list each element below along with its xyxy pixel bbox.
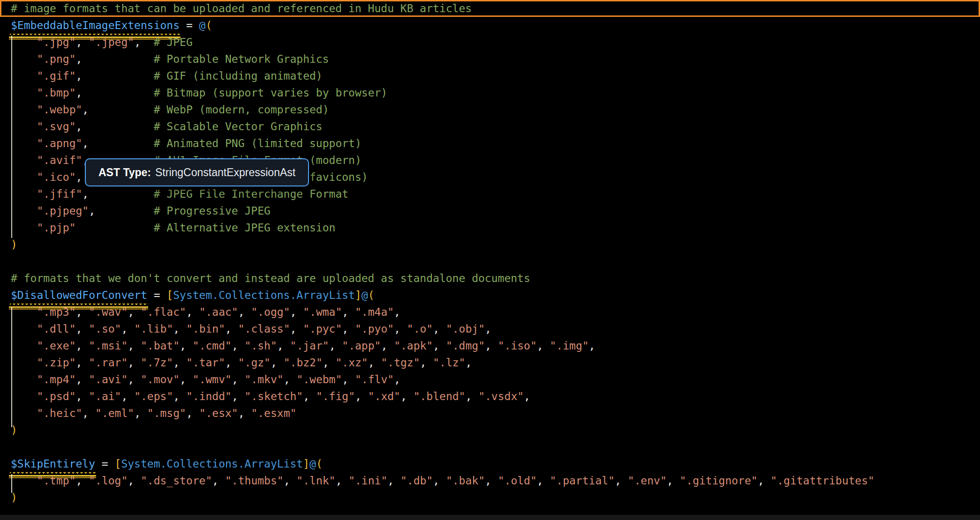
code-token: , <box>121 390 134 402</box>
code-token: , <box>485 475 498 487</box>
code-line: ".exe", ".msi", ".bat", ".cmd", ".sh", "… <box>0 337 980 354</box>
code-token <box>11 70 37 82</box>
code-token: ".msg" <box>147 407 186 419</box>
code-token: , <box>387 475 400 487</box>
code-token: , <box>128 357 141 369</box>
code-token: # Bitmap (support varies by browser) <box>154 87 388 99</box>
code-token: , <box>75 306 89 318</box>
code-token: ".ico" <box>37 171 75 183</box>
code-token: , <box>524 390 530 402</box>
code-token: , <box>128 340 141 352</box>
code-token: ".eml" <box>95 407 134 419</box>
code-token: ".blend" <box>414 390 466 402</box>
code-token: ".o" <box>407 323 433 335</box>
code-token: ".bmp" <box>37 87 75 99</box>
code-token: ".sketch" <box>245 390 303 402</box>
code-token <box>141 36 154 48</box>
code-token: , <box>284 373 297 386</box>
code-token: , <box>394 373 400 386</box>
code-token: , <box>381 340 394 352</box>
code-token: , <box>75 340 89 352</box>
code-token: , <box>485 340 498 352</box>
code-token: System.Collections.ArrayList <box>173 289 355 301</box>
code-token: , <box>225 357 238 369</box>
code-token: , <box>180 340 193 352</box>
code-token <box>82 120 153 133</box>
code-token <box>11 87 37 99</box>
code-token: ".svg" <box>37 120 75 133</box>
code-token: ".lib" <box>134 323 173 335</box>
code-token <box>11 340 37 352</box>
code-token: ".app" <box>342 340 381 352</box>
code-token: ".esx" <box>199 407 238 419</box>
code-line: # image formats that can be uploaded and… <box>0 0 980 17</box>
code-token: ".bak" <box>446 475 485 487</box>
code-token: , <box>342 306 355 318</box>
code-token: ".tar" <box>186 357 225 369</box>
code-token <box>89 104 153 116</box>
code-token: , <box>225 323 238 335</box>
code-token: # Animated PNG (limited support) <box>154 137 362 149</box>
code-token: , <box>323 357 336 369</box>
code-token: , <box>173 390 186 402</box>
code-token: ] <box>303 458 309 470</box>
code-token: = <box>180 19 199 31</box>
code-token: , <box>238 407 251 419</box>
code-token: , <box>82 137 89 149</box>
code-token: , <box>75 87 82 99</box>
code-token: ".psd" <box>37 390 75 402</box>
code-token: # JPEG <box>154 36 193 48</box>
code-token: , <box>537 340 550 352</box>
code-token: ".mp4" <box>37 373 75 386</box>
code-token: , <box>89 205 95 217</box>
code-token <box>11 137 37 149</box>
code-token: ".lz" <box>433 357 465 369</box>
code-token: , <box>75 357 89 369</box>
code-token: ".aac" <box>199 306 238 318</box>
code-token: ".bz2" <box>284 357 323 369</box>
code-token: ".db" <box>400 475 433 487</box>
code-token: ".flv" <box>355 373 394 386</box>
code-token: , <box>465 357 472 369</box>
code-token: ".img" <box>550 340 589 352</box>
code-token: , <box>290 306 303 318</box>
code-editor[interactable]: # image formats that can be uploaded and… <box>0 0 980 520</box>
code-line: $DisallowedForConvert = [System.Collecti… <box>0 287 980 304</box>
code-token: ".eps" <box>134 390 173 402</box>
code-token <box>11 390 37 402</box>
code-line: $EmbeddableImageExtensions = @( <box>0 17 980 34</box>
code-token: , <box>232 340 245 352</box>
code-token: # JPEG File Interchange Format <box>154 188 348 200</box>
code-token: , <box>394 323 407 335</box>
code-token <box>11 188 37 200</box>
code-token <box>11 323 37 335</box>
code-token <box>11 222 37 234</box>
code-token: ".mkv" <box>245 373 284 386</box>
code-token: ".cmd" <box>193 340 232 352</box>
code-token: , <box>238 306 251 318</box>
code-token: ".mov" <box>141 373 180 386</box>
code-token: , <box>303 390 316 402</box>
code-token: , <box>394 306 400 318</box>
code-token: , <box>75 390 89 402</box>
code-token <box>11 441 17 453</box>
code-token: ".gitignore" <box>679 475 757 487</box>
code-token: $SkipEntirely <box>11 455 95 472</box>
code-token: ".webm" <box>296 373 342 386</box>
code-token: , <box>75 53 82 65</box>
code-token: ".webp" <box>37 104 82 116</box>
code-token <box>95 205 154 217</box>
code-line <box>0 438 980 455</box>
code-token: ".dmg" <box>446 340 485 352</box>
code-line: ".psd", ".ai", ".eps", ".indd", ".sketch… <box>0 388 980 405</box>
code-token: , <box>128 373 141 386</box>
code-token: # Scalable Vector Graphics <box>154 120 323 133</box>
code-token: = <box>95 458 115 470</box>
code-token: ".partial" <box>550 475 614 487</box>
code-token: ".xz" <box>335 357 368 369</box>
ast-type-tooltip: AST Type: StringConstantExpressionAst <box>85 158 309 186</box>
code-token: ".zip" <box>37 357 75 369</box>
code-token: ".lnk" <box>296 475 335 487</box>
code-token <box>11 373 37 386</box>
code-token <box>11 53 37 65</box>
